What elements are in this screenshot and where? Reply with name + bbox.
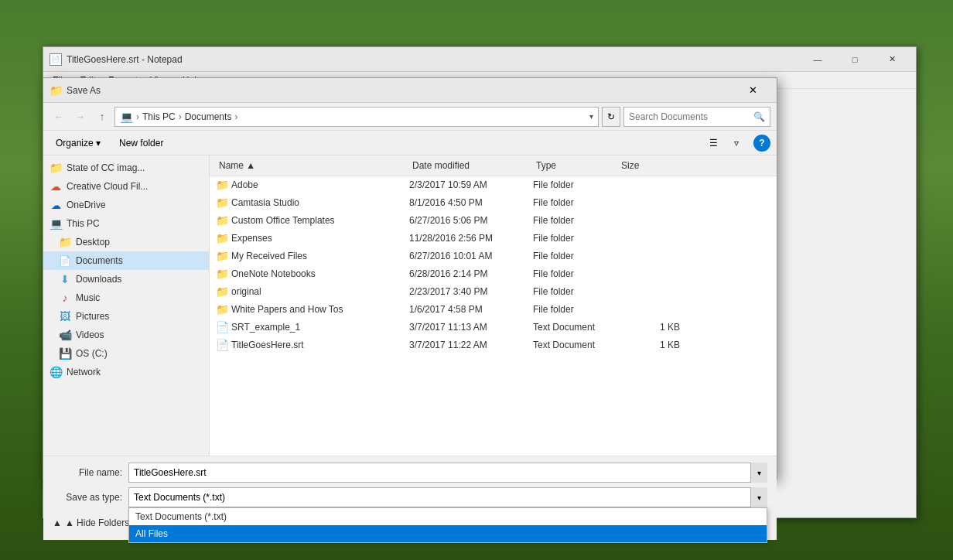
- view-options-button[interactable]: ☰: [702, 134, 724, 152]
- view-dropdown-button[interactable]: ▿: [726, 134, 747, 152]
- file-date: 6/27/2016 5:06 PM: [409, 215, 533, 226]
- file-list: Name ▲ Date modified Type Size 📁 Adobe 2…: [210, 155, 777, 456]
- file-name: My Received Files: [231, 251, 409, 261]
- file-name: Expenses: [231, 233, 409, 244]
- sidebar-label-this-pc: This PC: [67, 218, 100, 229]
- notepad-title: TitleGoesHere.srt - Notepad: [67, 54, 800, 65]
- filetype-input[interactable]: [128, 487, 767, 507]
- folder-icon: 📁: [216, 179, 231, 191]
- search-input[interactable]: [629, 111, 750, 122]
- file-type: Text Document: [533, 322, 618, 333]
- address-bar: 💻 › This PC › Documents › ▾: [114, 107, 599, 127]
- text-file-icon: 📄: [216, 321, 231, 333]
- notepad-close-button[interactable]: ✕: [874, 47, 910, 72]
- file-name: Adobe: [231, 179, 409, 190]
- forward-button[interactable]: →: [71, 108, 90, 126]
- col-header-type[interactable]: Type: [533, 159, 618, 172]
- sidebar-item-os-c[interactable]: 💾 OS (C:): [43, 344, 209, 363]
- state-cc-icon: 📁: [50, 162, 62, 174]
- table-row[interactable]: 📁 Adobe 2/3/2017 10:59 AM File folder: [210, 176, 777, 194]
- os-c-icon: 💾: [59, 347, 71, 360]
- new-folder-button[interactable]: New folder: [113, 135, 169, 151]
- pictures-icon: 🖼: [59, 310, 71, 323]
- breadcrumb-thispc[interactable]: This PC: [142, 111, 176, 122]
- dialog-bottom: File name: ▾ Save as type: ▾ Text Docume…: [43, 456, 777, 540]
- file-date: 6/27/2016 10:01 AM: [409, 251, 533, 261]
- col-header-size[interactable]: Size: [618, 159, 680, 172]
- up-button[interactable]: ↑: [93, 107, 111, 127]
- table-row[interactable]: 📁 Custom Office Templates 6/27/2016 5:06…: [210, 212, 777, 230]
- filetype-input-wrapper: ▾ Text Documents (*.txt) All Files: [128, 487, 767, 507]
- filetype-dropdown-menu: Text Documents (*.txt) All Files: [128, 507, 767, 543]
- table-row[interactable]: 📁 Camtasia Studio 8/1/2016 4:50 PM File …: [210, 194, 777, 212]
- hide-folders-button[interactable]: ▲ ▲ Hide Folders: [53, 517, 129, 528]
- view-controls: ☰ ▿: [702, 134, 747, 152]
- file-date: 6/28/2016 2:14 PM: [409, 268, 533, 279]
- network-icon: 🌐: [50, 366, 62, 378]
- filetype-dropdown-arrow[interactable]: ▾: [750, 487, 767, 507]
- notepad-minimize-button[interactable]: —: [800, 47, 835, 72]
- file-size: 1 KB: [618, 340, 680, 350]
- filename-input[interactable]: [128, 463, 767, 483]
- file-type: File folder: [533, 304, 618, 315]
- table-row[interactable]: 📁 White Papers and How Tos 1/6/2017 4:58…: [210, 301, 777, 319]
- file-type: File folder: [533, 197, 618, 208]
- sidebar-label-pictures: Pictures: [76, 311, 109, 322]
- sidebar-item-network[interactable]: 🌐 Network: [43, 363, 209, 381]
- sidebar-item-music[interactable]: ♪ Music: [43, 289, 209, 307]
- sidebar-item-this-pc[interactable]: 💻 This PC: [43, 214, 209, 233]
- file-name: original: [231, 286, 409, 297]
- col-header-name[interactable]: Name ▲: [216, 159, 409, 172]
- filename-row: File name: ▾: [53, 463, 767, 483]
- file-name: SRT_example_1: [231, 322, 409, 333]
- organize-button[interactable]: Organize ▾: [50, 135, 107, 151]
- table-row[interactable]: 📄 SRT_example_1 3/7/2017 11:13 AM Text D…: [210, 319, 777, 336]
- back-button[interactable]: ←: [50, 108, 68, 126]
- dialog-close-button[interactable]: ✕: [735, 78, 770, 103]
- desktop-icon: 📁: [59, 236, 71, 248]
- hide-folders-icon: ▲: [53, 517, 62, 528]
- col-header-date[interactable]: Date modified: [409, 159, 533, 172]
- file-type: File folder: [533, 233, 618, 244]
- sidebar-item-downloads[interactable]: ⬇ Downloads: [43, 270, 209, 289]
- folder-icon: 📁: [216, 214, 231, 227]
- folder-icon: 📁: [216, 268, 231, 280]
- file-size: 1 KB: [618, 322, 680, 333]
- documents-icon: 📄: [59, 254, 71, 267]
- notepad-maximize-button[interactable]: □: [837, 47, 873, 72]
- address-computer-icon: 💻: [120, 111, 133, 123]
- filename-dropdown-arrow[interactable]: ▾: [750, 463, 767, 483]
- sidebar-item-desktop[interactable]: 📁 Desktop: [43, 233, 209, 251]
- sidebar-label-network: Network: [67, 367, 101, 377]
- save-as-dialog: 📁 Save As ✕ ← → ↑ 💻 › This PC › Document…: [43, 77, 777, 480]
- refresh-button[interactable]: ↻: [602, 107, 620, 127]
- sidebar-label-creative-cloud: Creative Cloud Fil...: [67, 181, 148, 192]
- table-row[interactable]: 📄 TitleGoesHere.srt 3/7/2017 11:22 AM Te…: [210, 336, 777, 354]
- folder-icon: 📁: [216, 196, 231, 209]
- hide-folders-label: ▲ Hide Folders: [65, 517, 129, 528]
- sidebar-label-os-c: OS (C:): [76, 348, 108, 359]
- help-button[interactable]: ?: [753, 135, 770, 152]
- filetype-option-txt[interactable]: Text Documents (*.txt): [129, 508, 767, 525]
- folder-icon: 📁: [216, 285, 231, 298]
- address-dropdown-arrow[interactable]: ▾: [589, 112, 593, 121]
- sidebar-item-videos[interactable]: 📹 Videos: [43, 326, 209, 344]
- table-row[interactable]: 📁 Expenses 11/28/2016 2:56 PM File folde…: [210, 230, 777, 248]
- breadcrumb-documents[interactable]: Documents: [185, 111, 232, 122]
- sidebar-label-state-cc: State of CC imag...: [67, 162, 145, 173]
- sidebar-item-pictures[interactable]: 🖼 Pictures: [43, 307, 209, 326]
- filetype-option-all[interactable]: All Files: [129, 525, 767, 542]
- filetype-row: Save as type: ▾ Text Documents (*.txt) A…: [53, 487, 767, 507]
- sidebar-item-creative-cloud[interactable]: ☁ Creative Cloud Fil...: [43, 177, 209, 196]
- file-list-header: Name ▲ Date modified Type Size: [210, 155, 777, 176]
- search-box: 🔍: [623, 107, 770, 127]
- table-row[interactable]: 📁 OneNote Notebooks 6/28/2016 2:14 PM Fi…: [210, 265, 777, 283]
- sidebar-item-documents[interactable]: 📄 Documents: [43, 251, 209, 270]
- sidebar-item-state-cc[interactable]: 📁 State of CC imag...: [43, 159, 209, 177]
- file-name: White Papers and How Tos: [231, 304, 409, 315]
- table-row[interactable]: 📁 My Received Files 6/27/2016 10:01 AM F…: [210, 248, 777, 265]
- file-name: Custom Office Templates: [231, 215, 409, 226]
- table-row[interactable]: 📁 original 2/23/2017 3:40 PM File folder: [210, 283, 777, 301]
- notepad-titlebar: 📄 TitleGoesHere.srt - Notepad — □ ✕: [43, 47, 916, 72]
- sidebar-item-onedrive[interactable]: ☁ OneDrive: [43, 196, 209, 214]
